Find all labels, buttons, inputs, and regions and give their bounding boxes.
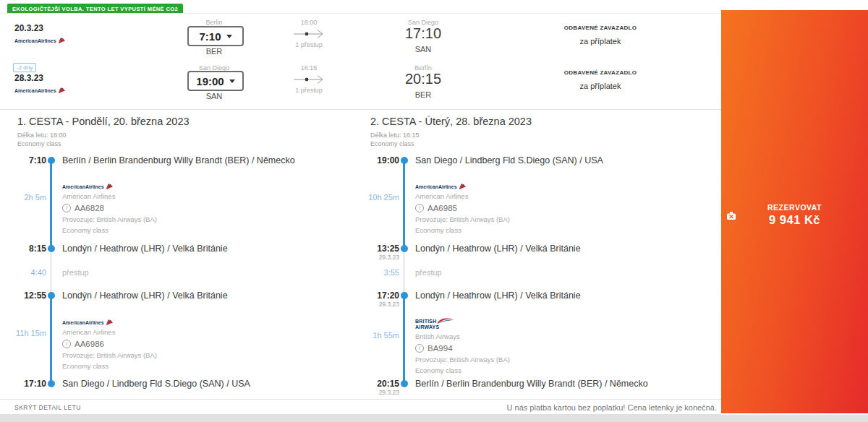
departure-airport-code: SAN [178,92,250,100]
operated-by: Provozuje: British Airways (BA) [62,351,157,359]
timeline-dot [401,157,408,164]
arrival-time: 20:15 [386,71,461,87]
timeline-line [403,296,405,384]
layover-label: přestup [415,268,442,277]
stop-time: 20:15 [367,379,399,389]
segment-cabin: Economy class [62,362,157,370]
reserve-label: REZERVOVAT [721,203,868,212]
british-airways-logo: BRITISH AIRWAYS [415,318,510,330]
segment-airline-name: American Airlines [415,192,510,200]
baggage-value: za příplatek [532,82,669,90]
american-airlines-bird-icon [58,38,66,44]
airline-logo-text: AmericanAirlines [14,38,56,43]
return-date: 28.3.23 [14,73,43,83]
layover-duration: 4:40 [14,268,46,277]
footer-bar: SKRÝT DETAIL LETU U nás platba kartou be… [0,399,721,415]
cabin-class: Economy class [370,140,414,147]
american-airlines-logo: AmericanAirlines [14,38,66,44]
departure-city-label: Berlin [178,19,250,26]
stop-date: 29.3.23 [367,301,399,308]
segment-duration: 1h 55m [367,331,399,340]
summary-row-return: -2 dny 28.3.23 AmericanAirlines San Dieg… [0,59,721,110]
airline-logo-text: AmericanAirlines [62,320,104,325]
british-airways-swoosh-icon [437,318,454,324]
stop-station: Londýn / Heathrow (LHR) / Velká Británie [62,244,228,254]
segment-cabin: Economy class [62,226,157,234]
info-icon[interactable] [415,204,424,212]
flight-number: AA6985 [427,204,457,212]
info-icon[interactable] [62,204,71,212]
timeline-dot [48,380,55,387]
segment-cabin: Economy class [415,226,510,234]
segment-details: BRITISH AIRWAYS British Airways BA994 Pr… [415,318,510,374]
timeline-dot [48,292,55,299]
journey-title: 2. CESTA - Úterý, 28. března 2023 [370,116,532,127]
layover-duration: 3:55 [367,268,399,277]
stops-label: 1 přestup [278,87,339,94]
timeline-dot [401,292,408,299]
american-airlines-bird-icon [106,184,114,190]
segment-airline-name: British Airways [415,332,510,340]
stop-time: 13:25 [367,244,399,254]
stop-time: 8:15 [14,244,46,254]
departure-time-dropdown[interactable]: 7:10 [187,26,244,46]
segment-airline-name: American Airlines [62,192,157,200]
timeline-dot [48,245,55,252]
stop-station: Londýn / Heathrow (LHR) / Velká Británie [62,290,228,301]
timeline-line [50,296,52,384]
total-duration-label: 18:00 [278,19,339,26]
stop-date: 29.3.23 [367,389,399,396]
stop-date: 29.3.23 [367,254,399,261]
timeline-line [403,160,405,249]
stop-time: 19:00 [367,155,399,165]
departure-time-dropdown[interactable]: 19:00 [187,71,244,91]
cabin-class: Economy class [17,140,61,147]
stop-station: San Diego / Lindberg Fld S.Diego (SAN) /… [62,379,250,389]
american-airlines-logo: AmericanAirlines [62,319,157,326]
baggage-value: za příplatek [532,37,669,46]
stop-station: Londýn / Heathrow (LHR) / Velká Británie [415,290,581,301]
total-duration-label: 16:15 [278,64,339,72]
stop-time: 7:10 [14,155,46,165]
segment-cabin: Economy class [415,366,510,374]
payment-note: U nás platba kartou bez poplatku! Cena l… [507,403,717,412]
flight-number: BA994 [427,344,453,353]
chevron-down-icon [229,79,235,83]
timeline-line [50,160,52,249]
baggage-title: ODBAVENÉ ZAVAZADLO [532,69,669,76]
flight-number: AA6828 [75,204,104,212]
arrival-airport-code: SAN [386,45,461,53]
segment-duration: 11h 15m [14,329,46,337]
american-airlines-logo: AmericanAirlines [415,184,510,190]
stop-station: San Diego / Lindberg Fld S.Diego (SAN) /… [415,155,603,165]
route-arrow-icon [292,29,327,42]
stop-station: Londýn / Heathrow (LHR) / Velká Británie [415,244,581,254]
airline-logo-text: AmericanAirlines [415,184,457,189]
airline-logo-text: AmericanAirlines [14,88,56,93]
day-offset-badge: -2 dny [13,63,36,72]
outbound-date: 20.3.23 [14,23,43,33]
american-airlines-bird-icon [58,87,66,94]
arrival-time: 17:10 [386,25,461,42]
timeline-layover-line [404,249,404,296]
segment-duration: 10h 25m [367,193,399,202]
summary-row-outbound: 20.3.23 AmericanAirlines Berlin 7:10 BER… [0,13,721,60]
operated-by: Provozuje: British Airways (BA) [415,215,510,223]
flight-detail-page: EKOLOGIČTĚJŠÍ VOLBA. TENTO LET VYPUSTÍ M… [0,0,868,422]
departure-time-value: 7:10 [199,30,221,43]
segment-details: AmericanAirlines American Airlines AA698… [415,184,510,234]
operated-by: Provozuje: British Airways (BA) [415,356,510,363]
arrival-airport-code: BER [386,90,461,99]
hide-detail-toggle[interactable]: SKRÝT DETAIL LETU [14,404,81,411]
airline-logo-text: BRITISH [415,319,436,324]
reserve-button[interactable]: REZERVOVAT 9 941 Kč [721,10,868,413]
layover-label: přestup [62,268,89,277]
airline-logo-text: AmericanAirlines [62,184,104,189]
price: 9 941 Kč [721,213,868,227]
info-icon[interactable] [415,344,424,353]
american-airlines-bird-icon [459,184,467,190]
journey-2-panel: 2. CESTA - Úterý, 28. března 2023 Délka … [367,112,715,401]
info-icon[interactable] [62,340,71,348]
airline-logo-text: AIRWAYS [415,324,510,330]
stop-station: Berlín / Berlin Brandenburg Willy Brandt… [415,379,648,389]
